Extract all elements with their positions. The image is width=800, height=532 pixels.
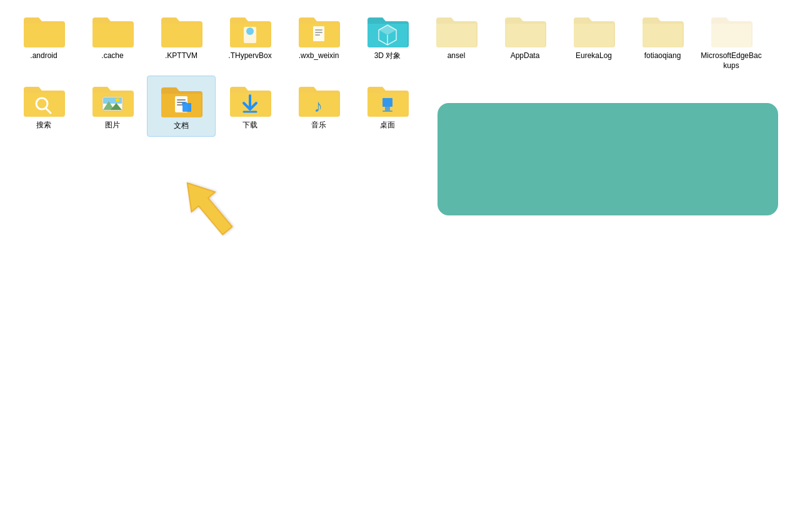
svg-rect-5	[315, 34, 320, 36]
svg-point-1	[246, 27, 254, 35]
folder-thypervbox-icon	[228, 11, 272, 49]
folder-wxb-weixin-icon	[296, 11, 341, 49]
folder-kpttvm-icon	[159, 11, 204, 49]
svg-rect-22	[182, 102, 187, 104]
arrow-indicator	[169, 169, 250, 250]
folder-kpttvm[interactable]: .KPTTVM	[147, 6, 216, 76]
folder-music-label: 音乐	[311, 121, 326, 131]
folder-desktop-label: 桌面	[380, 121, 395, 131]
desktop: .android .cache .KPTTVM	[0, 0, 800, 532]
svg-rect-21	[182, 103, 191, 112]
folder-desktop-icon	[365, 81, 410, 118]
folder-android[interactable]: .android	[9, 6, 78, 76]
folder-cache-label: .cache	[101, 51, 123, 61]
folder-fotiaoqiang-icon	[640, 11, 685, 49]
svg-rect-3	[315, 29, 322, 31]
svg-marker-29	[175, 173, 239, 241]
svg-rect-18	[177, 99, 186, 101]
folder-ansel-icon	[434, 11, 479, 49]
folder-fotiaoqiang[interactable]: fotiaoqiang	[628, 6, 697, 76]
folder-appdata-icon	[502, 11, 548, 49]
svg-rect-27	[385, 107, 390, 111]
folder-eurekalog[interactable]: EurekaLog	[559, 6, 628, 76]
folder-cache-icon	[90, 11, 135, 49]
folder-eurekalog-label: EurekaLog	[576, 51, 612, 61]
folder-thypervbox[interactable]: .THypervBox	[216, 6, 284, 76]
folder-search-label: 搜索	[36, 121, 51, 131]
svg-text:♪: ♪	[314, 96, 322, 116]
folder-eurekalog-icon	[571, 11, 616, 49]
folder-downloads-label: 下载	[242, 121, 258, 131]
svg-point-16	[116, 98, 119, 102]
folder-microsoftedge[interactable]: MicrosoftEdgeBackups	[697, 6, 766, 76]
folder-kpttvm-label: .KPTTVM	[165, 51, 198, 61]
svg-rect-2	[313, 26, 324, 41]
folder-appdata[interactable]: AppData	[491, 6, 559, 76]
folder-search[interactable]: 搜索	[9, 76, 78, 137]
folder-search-icon	[21, 81, 66, 118]
folder-fotiaoqiang-label: fotiaoqiang	[644, 51, 681, 61]
svg-rect-4	[315, 32, 322, 33]
folder-music-icon: ♪	[296, 81, 341, 118]
folder-microsoftedge-label: MicrosoftEdgeBackups	[701, 51, 762, 71]
folder-3d[interactable]: 3D 对象	[353, 6, 422, 76]
folder-appdata-label: AppData	[511, 51, 540, 61]
folder-3d-label: 3D 对象	[374, 51, 401, 61]
folder-pictures-label: 图片	[105, 121, 120, 131]
folder-android-label: .android	[30, 51, 57, 61]
folder-downloads[interactable]: 下载	[216, 76, 284, 137]
folder-documents[interactable]: 文档	[147, 76, 216, 137]
folder-pictures[interactable]: 图片	[78, 76, 147, 137]
folder-android-icon	[21, 11, 66, 49]
folder-cache[interactable]: .cache	[78, 6, 147, 76]
folder-documents-icon	[159, 81, 204, 119]
folder-row-1: .android .cache .KPTTVM	[0, 0, 800, 76]
folder-microsoftedge-icon	[709, 11, 754, 49]
folder-ansel[interactable]: ansel	[422, 6, 491, 76]
folder-wxb-weixin-label: .wxb_weixin	[299, 51, 339, 61]
folder-music[interactable]: ♪ 音乐	[284, 76, 353, 137]
folder-pictures-icon	[90, 81, 135, 118]
svg-rect-28	[382, 111, 392, 112]
folder-ansel-label: ansel	[448, 51, 466, 61]
svg-rect-20	[177, 104, 183, 106]
folder-downloads-icon	[228, 81, 272, 118]
folder-wxb-weixin[interactable]: .wxb_weixin	[284, 6, 353, 76]
teal-panel	[438, 103, 778, 215]
folder-3d-icon	[365, 11, 410, 49]
folder-desktop[interactable]: 桌面	[353, 76, 422, 137]
folder-thypervbox-label: .THypervBox	[228, 51, 271, 61]
svg-rect-26	[382, 98, 392, 107]
folder-documents-label: 文档	[174, 121, 189, 131]
